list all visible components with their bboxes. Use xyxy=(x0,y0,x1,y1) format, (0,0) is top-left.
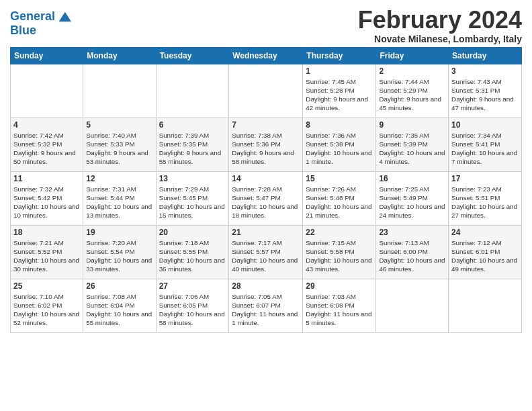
col-wednesday: Wednesday xyxy=(229,47,303,64)
page-container: General Blue February 2024 Novate Milane… xyxy=(0,0,532,336)
day-info: Sunrise: 7:45 AM Sunset: 5:28 PM Dayligh… xyxy=(306,77,373,113)
day-number: 23 xyxy=(379,228,445,237)
logo-blue: Blue xyxy=(10,24,71,38)
calendar-week-5: 25Sunrise: 7:10 AM Sunset: 6:02 PM Dayli… xyxy=(11,279,522,332)
day-number: 8 xyxy=(306,120,373,130)
day-number: 28 xyxy=(232,281,300,291)
calendar-cell: 28Sunrise: 7:05 AM Sunset: 6:07 PM Dayli… xyxy=(229,279,303,332)
day-number: 12 xyxy=(86,174,152,183)
col-thursday: Thursday xyxy=(303,47,376,64)
day-info: Sunrise: 7:17 AM Sunset: 5:57 PM Dayligh… xyxy=(232,238,300,274)
calendar-cell: 21Sunrise: 7:17 AM Sunset: 5:57 PM Dayli… xyxy=(229,225,303,279)
day-info: Sunrise: 7:21 AM Sunset: 5:52 PM Dayligh… xyxy=(13,238,80,274)
col-friday: Friday xyxy=(376,47,449,64)
calendar-cell: 13Sunrise: 7:29 AM Sunset: 5:45 PM Dayli… xyxy=(156,171,229,225)
calendar-cell: 19Sunrise: 7:20 AM Sunset: 5:54 PM Dayli… xyxy=(83,225,156,279)
day-number: 7 xyxy=(232,120,300,130)
day-number: 16 xyxy=(379,174,445,183)
day-info: Sunrise: 7:38 AM Sunset: 5:36 PM Dayligh… xyxy=(232,131,300,167)
day-info: Sunrise: 7:06 AM Sunset: 6:05 PM Dayligh… xyxy=(159,292,226,328)
day-number: 15 xyxy=(306,174,373,183)
day-number: 29 xyxy=(306,281,373,291)
calendar-cell: 9Sunrise: 7:35 AM Sunset: 5:39 PM Daylig… xyxy=(376,118,449,171)
calendar-week-1: 1Sunrise: 7:45 AM Sunset: 5:28 PM Daylig… xyxy=(11,64,522,118)
calendar-cell: 11Sunrise: 7:32 AM Sunset: 5:42 PM Dayli… xyxy=(11,171,83,225)
day-number: 11 xyxy=(13,174,80,183)
calendar-cell: 5Sunrise: 7:40 AM Sunset: 5:33 PM Daylig… xyxy=(83,118,156,171)
day-number: 17 xyxy=(451,174,519,183)
day-number: 3 xyxy=(451,66,519,76)
calendar-cell: 23Sunrise: 7:13 AM Sunset: 6:00 PM Dayli… xyxy=(376,225,449,279)
col-tuesday: Tuesday xyxy=(156,47,229,64)
title-block: February 2024 Novate Milanese, Lombardy,… xyxy=(358,7,522,44)
day-info: Sunrise: 7:40 AM Sunset: 5:33 PM Dayligh… xyxy=(86,131,152,167)
day-info: Sunrise: 7:20 AM Sunset: 5:54 PM Dayligh… xyxy=(86,238,152,274)
logo-icon xyxy=(56,9,71,24)
month-year: February 2024 xyxy=(358,7,522,34)
day-info: Sunrise: 7:36 AM Sunset: 5:38 PM Dayligh… xyxy=(306,131,373,167)
day-info: Sunrise: 7:44 AM Sunset: 5:29 PM Dayligh… xyxy=(379,77,445,113)
calendar-cell: 14Sunrise: 7:28 AM Sunset: 5:47 PM Dayli… xyxy=(229,171,303,225)
day-info: Sunrise: 7:08 AM Sunset: 6:04 PM Dayligh… xyxy=(86,292,152,328)
day-number: 9 xyxy=(379,120,445,130)
calendar-cell xyxy=(449,279,522,332)
calendar-week-4: 18Sunrise: 7:21 AM Sunset: 5:52 PM Dayli… xyxy=(11,225,522,279)
day-info: Sunrise: 7:29 AM Sunset: 5:45 PM Dayligh… xyxy=(159,185,226,220)
day-info: Sunrise: 7:31 AM Sunset: 5:44 PM Dayligh… xyxy=(86,185,152,220)
day-info: Sunrise: 7:13 AM Sunset: 6:00 PM Dayligh… xyxy=(379,238,445,274)
calendar-cell xyxy=(229,64,303,118)
day-number: 10 xyxy=(451,120,519,130)
day-info: Sunrise: 7:25 AM Sunset: 5:49 PM Dayligh… xyxy=(379,185,445,220)
calendar-cell xyxy=(156,64,229,118)
day-info: Sunrise: 7:34 AM Sunset: 5:41 PM Dayligh… xyxy=(451,131,519,167)
calendar-cell: 7Sunrise: 7:38 AM Sunset: 5:36 PM Daylig… xyxy=(229,118,303,171)
day-number: 24 xyxy=(451,228,519,237)
calendar-cell: 24Sunrise: 7:12 AM Sunset: 6:01 PM Dayli… xyxy=(449,225,522,279)
calendar-cell: 10Sunrise: 7:34 AM Sunset: 5:41 PM Dayli… xyxy=(449,118,522,171)
calendar-cell xyxy=(376,279,449,332)
calendar-cell: 18Sunrise: 7:21 AM Sunset: 5:52 PM Dayli… xyxy=(11,225,83,279)
calendar-week-3: 11Sunrise: 7:32 AM Sunset: 5:42 PM Dayli… xyxy=(11,171,522,225)
calendar-cell: 25Sunrise: 7:10 AM Sunset: 6:02 PM Dayli… xyxy=(11,279,83,332)
day-info: Sunrise: 7:12 AM Sunset: 6:01 PM Dayligh… xyxy=(451,238,519,274)
calendar-cell: 27Sunrise: 7:06 AM Sunset: 6:05 PM Dayli… xyxy=(156,279,229,332)
calendar-cell: 6Sunrise: 7:39 AM Sunset: 5:35 PM Daylig… xyxy=(156,118,229,171)
day-info: Sunrise: 7:28 AM Sunset: 5:47 PM Dayligh… xyxy=(232,185,300,220)
day-info: Sunrise: 7:43 AM Sunset: 5:31 PM Dayligh… xyxy=(451,77,519,113)
day-number: 2 xyxy=(379,66,445,76)
day-info: Sunrise: 7:35 AM Sunset: 5:39 PM Dayligh… xyxy=(379,131,445,167)
calendar-cell: 8Sunrise: 7:36 AM Sunset: 5:38 PM Daylig… xyxy=(303,118,376,171)
day-info: Sunrise: 7:03 AM Sunset: 6:08 PM Dayligh… xyxy=(306,292,373,328)
col-sunday: Sunday xyxy=(11,47,83,64)
calendar-cell: 26Sunrise: 7:08 AM Sunset: 6:04 PM Dayli… xyxy=(83,279,156,332)
logo: General Blue xyxy=(10,9,71,38)
day-info: Sunrise: 7:15 AM Sunset: 5:58 PM Dayligh… xyxy=(306,238,373,274)
day-number: 20 xyxy=(159,228,226,237)
day-info: Sunrise: 7:10 AM Sunset: 6:02 PM Dayligh… xyxy=(13,292,80,328)
day-number: 22 xyxy=(306,228,373,237)
calendar-cell: 15Sunrise: 7:26 AM Sunset: 5:48 PM Dayli… xyxy=(303,171,376,225)
day-number: 6 xyxy=(159,120,226,130)
calendar-cell: 3Sunrise: 7:43 AM Sunset: 5:31 PM Daylig… xyxy=(449,64,522,118)
calendar-cell: 16Sunrise: 7:25 AM Sunset: 5:49 PM Dayli… xyxy=(376,171,449,225)
calendar-cell xyxy=(83,64,156,118)
calendar-cell: 17Sunrise: 7:23 AM Sunset: 5:51 PM Dayli… xyxy=(449,171,522,225)
day-number: 27 xyxy=(159,281,226,291)
day-number: 21 xyxy=(232,228,300,237)
calendar-week-2: 4Sunrise: 7:42 AM Sunset: 5:32 PM Daylig… xyxy=(11,118,522,171)
calendar-cell: 2Sunrise: 7:44 AM Sunset: 5:29 PM Daylig… xyxy=(376,64,449,118)
day-info: Sunrise: 7:18 AM Sunset: 5:55 PM Dayligh… xyxy=(159,238,226,274)
calendar: Sunday Monday Tuesday Wednesday Thursday… xyxy=(10,47,522,333)
header: General Blue February 2024 Novate Milane… xyxy=(10,7,522,44)
day-info: Sunrise: 7:26 AM Sunset: 5:48 PM Dayligh… xyxy=(306,185,373,220)
day-info: Sunrise: 7:42 AM Sunset: 5:32 PM Dayligh… xyxy=(13,131,80,167)
day-number: 4 xyxy=(13,120,80,130)
calendar-cell: 22Sunrise: 7:15 AM Sunset: 5:58 PM Dayli… xyxy=(303,225,376,279)
day-number: 5 xyxy=(86,120,152,130)
day-info: Sunrise: 7:05 AM Sunset: 6:07 PM Dayligh… xyxy=(232,292,300,328)
day-number: 25 xyxy=(13,281,80,291)
day-number: 1 xyxy=(306,66,373,76)
logo-text: General xyxy=(10,10,55,24)
calendar-cell: 20Sunrise: 7:18 AM Sunset: 5:55 PM Dayli… xyxy=(156,225,229,279)
day-number: 14 xyxy=(232,174,300,183)
